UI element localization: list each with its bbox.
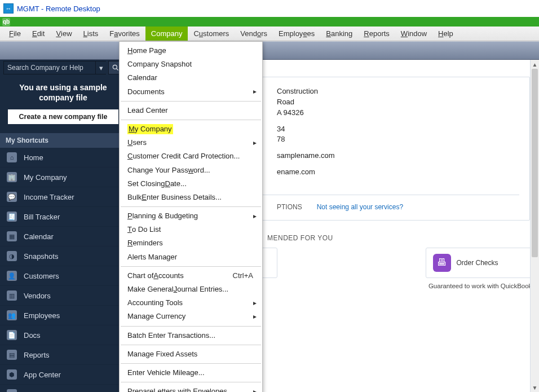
create-company-button[interactable]: Create a new company file — [8, 109, 118, 124]
menu-item-home-page[interactable]: Home Page — [120, 44, 262, 58]
sidebar-item-label: Vendors — [24, 292, 51, 300]
sidebar-item-label: My Company — [24, 173, 67, 182]
svg-line-1 — [117, 69, 118, 71]
menu-vendors[interactable]: Vendors — [235, 27, 273, 41]
menu-item-documents[interactable]: Documents — [120, 85, 262, 99]
company-line: Road — [277, 97, 519, 108]
menu-item-manage-fixed-assets[interactable]: Manage Fixed Assets — [120, 347, 262, 361]
menu-item-calendar[interactable]: Calendar — [120, 71, 262, 85]
sidebar-item-employees[interactable]: 👥Employees — [0, 306, 126, 325]
sidebar-item-calendar[interactable]: ▦Calendar — [0, 227, 126, 246]
reports-icon: ▤ — [7, 350, 17, 360]
sidebar-item-income-tracker[interactable]: 💬Income Tracker — [0, 187, 126, 207]
sidebar-item-snapshots[interactable]: ◑Snapshots — [0, 246, 126, 266]
sidebar-item-invoice[interactable]: ≣Invoice — [0, 385, 126, 392]
menu-separator — [121, 345, 261, 345]
app-icon: ↔ — [3, 3, 14, 14]
sidebar-item-label: Reports — [24, 351, 50, 359]
sidebar-item-reports[interactable]: ▤Reports — [0, 345, 126, 365]
menu-separator — [121, 266, 261, 267]
sidebar-item-vendors[interactable]: ▥Vendors — [0, 286, 126, 306]
sample-file-notice: You are using a sample company file — [0, 74, 126, 109]
menu-item-users[interactable]: Users — [120, 136, 262, 149]
menu-item-accounting-tools[interactable]: Accounting Tools — [120, 296, 262, 310]
menu-shortcut: Ctrl+A — [233, 271, 253, 281]
shortcuts-header: My Shortcuts — [0, 133, 126, 148]
sidebar-item-my-company[interactable]: 🏢My Company — [0, 168, 126, 187]
menu-item-change-your-password[interactable]: Change Your Password... — [120, 164, 262, 177]
menu-item-bulk-enter-business-details[interactable]: Bulk Enter Business Details... — [120, 191, 262, 204]
sidebar-item-docs[interactable]: 📄Docs — [0, 325, 126, 345]
menu-item-prepare-letters-with-envelopes[interactable]: Prepare Letters with Envelopes — [120, 385, 262, 392]
sidebar-item-label: Home — [24, 153, 43, 162]
scroll-thumb[interactable] — [532, 69, 538, 257]
menu-lists[interactable]: Lists — [78, 27, 104, 41]
search-input[interactable] — [3, 61, 96, 74]
menu-help[interactable]: Help — [432, 27, 459, 41]
menu-item-planning-budgeting[interactable]: Planning & Budgeting — [120, 209, 262, 223]
printer-icon: 🖶 — [433, 254, 451, 272]
company-line: A 94326 — [277, 108, 519, 118]
menu-item-lead-center[interactable]: Lead Center — [120, 104, 262, 117]
home-icon: ⌂ — [7, 152, 17, 162]
menu-edit[interactable]: Edit — [26, 27, 50, 41]
qb-logo-icon: qb — [2, 18, 10, 26]
menu-separator — [121, 206, 261, 207]
menu-item-alerts-manager[interactable]: Alerts Manager — [120, 250, 262, 264]
menu-banking[interactable]: Banking — [320, 27, 358, 41]
company-line: samplename.com — [277, 151, 519, 161]
reco-card-button[interactable]: 🖶Order Checks — [426, 248, 538, 278]
services-options-text: PTIONS — [277, 203, 302, 211]
menu-customers[interactable]: Customers — [188, 27, 235, 41]
menu-separator — [121, 326, 261, 327]
menu-item-to-do-list[interactable]: To Do List — [120, 223, 262, 236]
sidebar-item-label: Income Tracker — [24, 193, 74, 201]
menu-separator — [121, 382, 261, 382]
scroll-down-arrow[interactable]: ▼ — [531, 383, 539, 392]
sidebar-item-bill-tracker[interactable]: 🧾Bill Tracker — [0, 207, 126, 227]
menu-favorites[interactable]: Favorites — [104, 27, 145, 41]
snapshots-icon: ◑ — [7, 251, 17, 261]
company-line: 34 — [277, 124, 519, 135]
menu-item-reminders[interactable]: Reminders — [120, 236, 262, 250]
sidebar-item-app-center[interactable]: ⬢App Center — [0, 365, 126, 385]
menu-item-chart-of-accounts[interactable]: Chart of AccountsCtrl+A — [120, 269, 262, 283]
vendors-icon: ▥ — [7, 290, 17, 301]
menu-item-customer-credit-card-protection[interactable]: Customer Credit Card Protection... — [120, 149, 262, 163]
window-title: MGMT - Remote Desktop — [17, 5, 100, 13]
income-icon: 💬 — [7, 192, 17, 202]
reco-card-order-checks: 🖶Order ChecksGuaranteed to work with Qui… — [425, 248, 539, 289]
menu-window[interactable]: Window — [395, 27, 432, 41]
menu-separator — [121, 120, 261, 120]
menu-item-company-snapshot[interactable]: Company Snapshot — [120, 58, 262, 71]
reco-card-label: Order Checks — [457, 259, 498, 267]
company-line: 78 — [277, 134, 519, 145]
menu-item-enter-vehicle-mileage[interactable]: Enter Vehicle Mileage... — [120, 366, 262, 380]
menu-item-make-general-journal-entries[interactable]: Make General Journal Entries... — [120, 283, 262, 296]
customers-icon: 👤 — [7, 271, 17, 281]
company-line: Construction — [277, 86, 519, 97]
recommended-title: MENDED FOR YOU — [267, 234, 539, 242]
sidebar: ▾ You are using a sample company file Cr… — [0, 60, 126, 392]
vertical-scrollbar[interactable]: ▲ ▼ — [530, 60, 539, 392]
search-dropdown-toggle[interactable]: ▾ — [96, 61, 106, 74]
menu-item-batch-enter-transactions[interactable]: Batch Enter Transactions... — [120, 329, 262, 342]
employees-icon: 👥 — [7, 310, 17, 320]
svg-point-0 — [113, 65, 117, 69]
bill-icon: 🧾 — [7, 212, 17, 222]
menu-separator — [121, 101, 261, 102]
menu-company[interactable]: Company — [145, 27, 188, 41]
menu-item-my-company[interactable]: My Company — [120, 122, 262, 136]
menu-reports[interactable]: Reports — [358, 27, 395, 41]
company-menu-dropdown: Home PageCompany SnapshotCalendarDocumen… — [119, 41, 263, 392]
menu-view[interactable]: View — [50, 27, 77, 41]
menu-file[interactable]: File — [3, 27, 26, 41]
services-link[interactable]: Not seeing all your services? — [317, 203, 403, 211]
menu-item-manage-currency[interactable]: Manage Currency — [120, 310, 262, 323]
sidebar-item-customers[interactable]: 👤Customers — [0, 266, 126, 286]
menu-item-set-closing-date[interactable]: Set Closing Date... — [120, 177, 262, 191]
sidebar-item-home[interactable]: ⌂Home — [0, 148, 126, 168]
sidebar-nav: ⌂Home🏢My Company💬Income Tracker🧾Bill Tra… — [0, 148, 126, 392]
scroll-up-arrow[interactable]: ▲ — [531, 60, 539, 69]
menu-employees[interactable]: Employees — [273, 27, 320, 41]
